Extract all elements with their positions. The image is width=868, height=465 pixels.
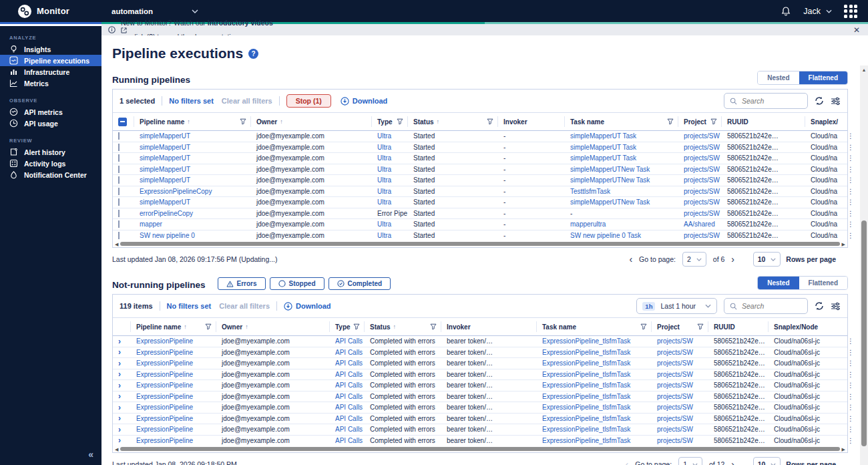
type-cell[interactable]: API Calls bbox=[335, 404, 363, 411]
pipeline-name-link[interactable]: simpleMapperUT bbox=[140, 198, 190, 206]
column-header-type[interactable]: Type bbox=[330, 321, 365, 332]
type-cell[interactable]: API Calls bbox=[335, 349, 363, 356]
task-name-cell[interactable]: TesttlsfmTask bbox=[570, 188, 610, 195]
type-cell[interactable]: API Calls bbox=[335, 426, 363, 433]
pipeline-name-link[interactable]: ExpressionPipeline bbox=[136, 371, 193, 378]
row-menu-kebab-icon[interactable]: ⋮ bbox=[847, 371, 857, 378]
expand-row-icon[interactable]: › bbox=[118, 404, 121, 412]
introductory-videos-link[interactable]: introductory videos bbox=[208, 19, 273, 27]
pipeline-name-link[interactable]: simpleMapperUT bbox=[140, 132, 190, 140]
row-menu-kebab-icon[interactable]: ⋮ bbox=[847, 426, 857, 433]
sidebar-item-infrastructure[interactable]: Infrastructure bbox=[0, 66, 101, 78]
pipeline-name-link[interactable]: simpleMapperUT bbox=[140, 144, 190, 151]
project-link[interactable]: projects/SW bbox=[657, 337, 693, 345]
table-row[interactable]: SW new pipeline 0jdoe@myexample.comUltra… bbox=[113, 230, 847, 241]
running-page-select[interactable]: 2 bbox=[682, 252, 706, 267]
row-checkbox[interactable] bbox=[118, 210, 120, 217]
user-menu[interactable]: Jack bbox=[803, 7, 832, 16]
pipeline-name-link[interactable]: ExpressionPipeline bbox=[136, 359, 193, 367]
column-header-task-name[interactable]: Task name bbox=[537, 321, 652, 332]
table-row[interactable]: ExpressionPipelineCopyjdoe@myexample.com… bbox=[113, 186, 847, 198]
pipeline-name-link[interactable]: SW new pipeline 0 bbox=[140, 232, 195, 239]
no-filters-set-button[interactable]: No filters set bbox=[169, 97, 214, 105]
filter-funnel-icon[interactable] bbox=[710, 118, 717, 125]
table-row[interactable]: simpleMapperUTjdoe@myexample.comUltraSta… bbox=[113, 142, 847, 154]
task-name-cell[interactable]: SW new pipeline 0 Task bbox=[570, 232, 641, 239]
type-cell[interactable]: Ultra bbox=[377, 198, 391, 206]
page-vertical-scrollbar[interactable]: ▲ bbox=[860, 65, 868, 465]
banner-close-icon[interactable]: ✕ bbox=[853, 26, 860, 34]
not-running-search-input[interactable] bbox=[740, 301, 797, 311]
table-row[interactable]: ›ExpressionPipelinejdoe@myexample.comAPI… bbox=[113, 336, 847, 347]
help-icon[interactable]: ? bbox=[248, 49, 258, 59]
clear-all-filters-button[interactable]: Clear all filters bbox=[222, 97, 272, 105]
scroll-right-icon[interactable]: ▶ bbox=[842, 447, 845, 452]
row-menu-kebab-icon[interactable]: ⋮ bbox=[847, 337, 857, 345]
clear-all-filters-button[interactable]: Clear all filters bbox=[219, 302, 270, 310]
row-menu-kebab-icon[interactable]: ⋮ bbox=[847, 359, 857, 367]
next-page-icon[interactable]: › bbox=[731, 460, 734, 465]
task-name-cell[interactable]: mapperultra bbox=[570, 220, 606, 228]
column-header-pipeline-name[interactable]: Pipeline name↑ bbox=[131, 321, 216, 332]
task-name-cell[interactable]: simpleMapperUT Task bbox=[570, 154, 636, 162]
table-row[interactable]: ›ExpressionPipelinejdoe@myexample.comAPI… bbox=[113, 424, 847, 436]
not-running-flattened-toggle[interactable]: Flattened bbox=[799, 277, 847, 289]
task-name-cell[interactable]: ExpressionPipeline_tlsfmTask bbox=[542, 359, 630, 367]
column-header-project[interactable]: Project bbox=[678, 116, 722, 127]
running-nested-toggle[interactable]: Nested bbox=[758, 71, 799, 84]
project-link[interactable]: projects/SW bbox=[684, 154, 720, 162]
app-switcher-grid-icon[interactable] bbox=[844, 5, 857, 18]
table-row[interactable]: ›ExpressionPipelinejdoe@myexample.comAPI… bbox=[113, 402, 847, 414]
type-cell[interactable]: Ultra bbox=[377, 154, 391, 162]
row-checkbox[interactable] bbox=[118, 166, 120, 173]
filter-funnel-icon[interactable] bbox=[640, 323, 647, 330]
select-all-checkbox[interactable] bbox=[118, 118, 127, 126]
scroll-left-icon[interactable]: ◀ bbox=[115, 447, 118, 452]
prev-page-icon[interactable]: ‹ bbox=[629, 255, 632, 264]
column-header-invoker[interactable]: Invoker bbox=[441, 321, 537, 332]
type-cell[interactable]: API Calls bbox=[335, 393, 363, 400]
not-running-rows-per-page-select[interactable]: 10 bbox=[753, 457, 781, 465]
task-name-cell[interactable]: simpleMapperUTNew Task bbox=[570, 166, 650, 173]
download-button[interactable]: Download bbox=[341, 97, 388, 106]
project-link[interactable]: projects/SW bbox=[684, 232, 720, 239]
not-running-nested-toggle[interactable]: Nested bbox=[758, 277, 799, 289]
pipeline-name-link[interactable]: ExpressionPipeline bbox=[136, 404, 193, 411]
project-link[interactable]: projects/SW bbox=[657, 359, 693, 367]
stop-button[interactable]: Stop (1) bbox=[286, 94, 331, 108]
sort-ascending-icon[interactable]: ↑ bbox=[393, 323, 397, 330]
expand-row-icon[interactable]: › bbox=[118, 436, 121, 444]
expand-row-icon[interactable]: › bbox=[118, 359, 121, 367]
row-checkbox[interactable] bbox=[118, 176, 120, 184]
task-name-cell[interactable]: simpleMapperUTNew Task bbox=[570, 198, 650, 206]
type-cell[interactable]: API Calls bbox=[335, 437, 363, 444]
sort-ascending-icon[interactable]: ↑ bbox=[184, 323, 187, 330]
project-link[interactable]: projects/SW bbox=[684, 188, 720, 195]
pipeline-name-link[interactable]: ExpressionPipeline bbox=[136, 337, 193, 345]
errors-filter-button[interactable]: Errors bbox=[218, 277, 266, 290]
table-settings-sliders-icon[interactable] bbox=[831, 302, 841, 311]
table-row[interactable]: ›ExpressionPipelinejdoe@myexample.comAPI… bbox=[113, 414, 847, 425]
row-checkbox[interactable] bbox=[118, 154, 120, 162]
filter-funnel-icon[interactable] bbox=[487, 118, 493, 125]
project-link[interactable]: projects/SW bbox=[657, 393, 693, 400]
task-name-cell[interactable]: ExpressionPipeline_tlsfmTask bbox=[542, 349, 630, 356]
expand-row-icon[interactable]: › bbox=[118, 414, 121, 422]
running-rows-per-page-select[interactable]: 10 bbox=[753, 252, 781, 267]
column-header-owner[interactable]: Owner↑ bbox=[216, 321, 330, 332]
row-menu-kebab-icon[interactable]: ⋮ bbox=[847, 220, 857, 228]
project-link[interactable]: projects/SW bbox=[684, 144, 720, 151]
project-link[interactable]: projects/SW bbox=[657, 415, 693, 422]
notifications-bell-icon[interactable] bbox=[781, 6, 791, 17]
expand-row-icon[interactable]: › bbox=[118, 392, 121, 400]
org-selector-dropdown[interactable]: automation bbox=[112, 7, 198, 15]
pipeline-name-link[interactable]: errorPipelineCopy bbox=[140, 210, 193, 217]
task-name-cell[interactable]: ExpressionPipeline_tlsfmTask bbox=[542, 437, 630, 444]
table-row[interactable]: ›ExpressionPipelinejdoe@myexample.comAPI… bbox=[113, 392, 847, 403]
sidebar-item-insights[interactable]: Insights bbox=[0, 43, 101, 55]
completed-filter-button[interactable]: Completed bbox=[329, 277, 391, 290]
row-menu-kebab-icon[interactable]: ⋮ bbox=[847, 198, 857, 206]
stopped-filter-button[interactable]: Stopped bbox=[270, 277, 324, 290]
column-header-pipeline-name[interactable]: Pipeline name↑ bbox=[134, 116, 251, 127]
filter-funnel-icon[interactable] bbox=[397, 118, 403, 125]
